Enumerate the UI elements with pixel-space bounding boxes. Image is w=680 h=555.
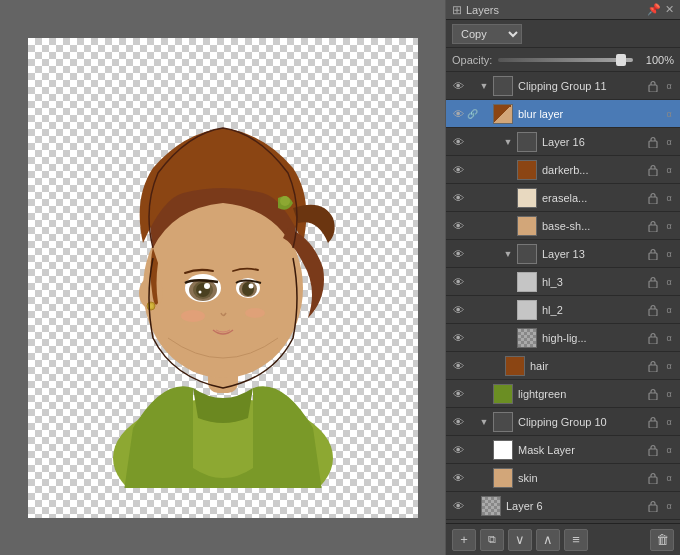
layer-eye-toggle[interactable]: 👁 [450, 78, 466, 94]
layer-name-label: hl_3 [540, 276, 646, 288]
group-expand-arrow[interactable]: ▼ [502, 248, 514, 260]
layer-eye-toggle[interactable]: 👁 [450, 358, 466, 374]
clipping-mask-button[interactable]: α [662, 471, 676, 485]
layer-eye-toggle[interactable]: 👁 [450, 498, 466, 514]
clipping-mask-button[interactable]: α [662, 331, 676, 345]
layer-item[interactable]: 👁hl_3α [446, 268, 680, 296]
layer-link-icon [466, 414, 478, 430]
alpha-lock-button[interactable] [646, 79, 660, 93]
layer-item[interactable]: 👁high-lig...α [446, 324, 680, 352]
layer-item[interactable]: 👁▼Clipping Group 11α [446, 72, 680, 100]
clipping-mask-button[interactable]: α [662, 359, 676, 373]
clipping-mask-button[interactable]: α [662, 191, 676, 205]
clipping-mask-button[interactable]: α [662, 107, 676, 121]
layer-item[interactable]: 👁lightgreenα [446, 380, 680, 408]
add-layer-button[interactable]: + [452, 529, 476, 551]
alpha-lock-button[interactable] [646, 247, 660, 261]
alpha-lock-button[interactable] [646, 471, 660, 485]
alpha-lock-button[interactable] [646, 331, 660, 345]
alpha-lock-button[interactable] [646, 443, 660, 457]
layers-list[interactable]: 👁▼Clipping Group 11α👁🔗blur layerα👁▼Layer… [446, 72, 680, 523]
layer-eye-toggle[interactable]: 👁 [450, 302, 466, 318]
layer-link-icon [466, 246, 478, 262]
layer-eye-toggle[interactable]: 👁 [450, 442, 466, 458]
layer-link-icon [466, 442, 478, 458]
clipping-mask-button[interactable]: α [662, 415, 676, 429]
clipping-mask-button[interactable]: α [662, 219, 676, 233]
alpha-lock-button[interactable] [646, 191, 660, 205]
svg-rect-31 [649, 449, 657, 456]
layer-item[interactable]: Layer 1α [446, 520, 680, 523]
layer-eye-toggle[interactable]: 👁 [450, 218, 466, 234]
layer-eye-toggle[interactable]: 👁 [450, 470, 466, 486]
layer-link-icon [466, 470, 478, 486]
layer-eye-toggle[interactable]: 👁 [450, 330, 466, 346]
layer-item[interactable]: 👁▼Layer 16α [446, 128, 680, 156]
blend-mode-select[interactable]: Copy Normal Multiply [452, 24, 522, 44]
group-expand-arrow[interactable]: ▼ [478, 416, 490, 428]
duplicate-layer-button[interactable]: ⧉ [480, 529, 504, 551]
group-expand-arrow[interactable]: ▼ [478, 80, 490, 92]
layer-thumbnail [493, 76, 513, 96]
layer-item[interactable]: 👁hairα [446, 352, 680, 380]
layer-name-label: Clipping Group 10 [516, 416, 646, 428]
opacity-value: 100% [639, 54, 674, 66]
layer-eye-toggle[interactable]: 👁 [450, 190, 466, 206]
layer-menu-button[interactable]: ≡ [564, 529, 588, 551]
alpha-lock-button[interactable] [646, 275, 660, 289]
alpha-lock-button[interactable] [646, 499, 660, 513]
layer-actions: α [646, 415, 676, 429]
alpha-lock-button[interactable] [646, 303, 660, 317]
clipping-mask-button[interactable]: α [662, 247, 676, 261]
layer-eye-toggle[interactable]: 👁 [450, 246, 466, 262]
layer-item[interactable]: 👁🔗blur layerα [446, 100, 680, 128]
clipping-mask-button[interactable]: α [662, 303, 676, 317]
clipping-mask-button[interactable]: α [662, 499, 676, 513]
clipping-mask-button[interactable]: α [662, 163, 676, 177]
svg-rect-19 [649, 85, 657, 92]
alpha-lock-button[interactable] [646, 219, 660, 233]
alpha-lock-button[interactable] [646, 415, 660, 429]
move-layer-up-button[interactable]: ∧ [536, 529, 560, 551]
clipping-mask-button[interactable]: α [662, 79, 676, 93]
layer-thumbnail [481, 496, 501, 516]
layer-item[interactable]: 👁darkerb...α [446, 156, 680, 184]
layer-name-label: Layer 13 [540, 248, 646, 260]
layer-item[interactable]: 👁hl_2α [446, 296, 680, 324]
layer-link-icon [466, 358, 478, 374]
layer-thumbnail [517, 160, 537, 180]
close-icon[interactable]: ✕ [665, 3, 674, 16]
layer-item[interactable]: 👁▼Clipping Group 10α [446, 408, 680, 436]
layer-eye-toggle[interactable]: 👁 [450, 162, 466, 178]
layer-eye-toggle[interactable]: 👁 [450, 274, 466, 290]
svg-point-3 [280, 196, 290, 206]
clipping-mask-button[interactable]: α [662, 275, 676, 289]
opacity-slider[interactable] [498, 58, 633, 62]
alpha-lock-button[interactable] [646, 163, 660, 177]
layer-item[interactable]: 👁base-sh...α [446, 212, 680, 240]
alpha-lock-button[interactable] [646, 359, 660, 373]
layer-eye-toggle[interactable]: 👁 [450, 106, 466, 122]
clipping-mask-button[interactable]: α [662, 443, 676, 457]
layer-actions: α [646, 331, 676, 345]
pin-icon[interactable]: 📌 [647, 3, 661, 16]
alpha-lock-button[interactable] [646, 135, 660, 149]
clipping-mask-button[interactable]: α [662, 135, 676, 149]
layer-item[interactable]: 👁Layer 6α [446, 492, 680, 520]
layer-name-label: Layer 16 [540, 136, 646, 148]
layer-item[interactable]: 👁▼Layer 13α [446, 240, 680, 268]
layer-eye-toggle[interactable]: 👁 [450, 134, 466, 150]
layer-item[interactable]: 👁skinα [446, 464, 680, 492]
canvas-container[interactable] [28, 38, 418, 518]
layer-item[interactable]: 👁erasela...α [446, 184, 680, 212]
delete-layer-button[interactable]: 🗑 [650, 529, 674, 551]
layer-item[interactable]: 👁Mask Layerα [446, 436, 680, 464]
layer-eye-toggle[interactable]: 👁 [450, 386, 466, 402]
layer-link-icon [466, 134, 478, 150]
layer-actions: α [646, 275, 676, 289]
layer-eye-toggle[interactable]: 👁 [450, 414, 466, 430]
move-layer-down-button[interactable]: ∨ [508, 529, 532, 551]
clipping-mask-button[interactable]: α [662, 387, 676, 401]
group-expand-arrow[interactable]: ▼ [502, 136, 514, 148]
alpha-lock-button[interactable] [646, 387, 660, 401]
